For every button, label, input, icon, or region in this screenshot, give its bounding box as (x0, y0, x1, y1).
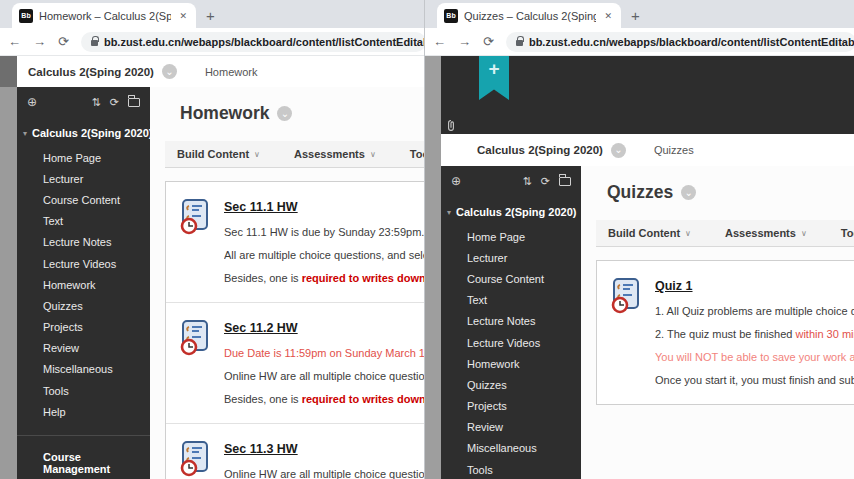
tools-button[interactable]: Tools ∨ (410, 148, 424, 160)
collapse-caret-icon[interactable]: ▾ (447, 208, 451, 217)
chevron-down-icon[interactable]: ⌄ (611, 143, 626, 158)
back-icon[interactable]: ← (8, 35, 21, 48)
assessments-label: Assessments (725, 227, 796, 239)
page-title: Quizzes (607, 182, 673, 203)
sidebar-item-miscellaneous[interactable]: Miscellaneous (17, 359, 150, 380)
new-tab-button[interactable]: + (206, 7, 215, 24)
reorder-icon[interactable]: ⇅ (523, 175, 532, 188)
chevron-down-icon: ∨ (370, 150, 376, 159)
sidebar-item-quizzes[interactable]: Quizzes (17, 295, 150, 316)
sidebar-item-text[interactable]: Text (17, 211, 150, 232)
line-warning: required to writes down the de (302, 393, 424, 405)
refresh-icon[interactable]: ⟳ (110, 96, 119, 109)
line-warning: within 30 min i (795, 328, 854, 340)
build-content-label: Build Content (608, 227, 680, 239)
chevron-down-icon: ∨ (685, 229, 691, 238)
sidebar-course-name[interactable]: Calculus 2(Sping 2020) (456, 206, 576, 218)
chevron-down-icon[interactable]: ⌄ (162, 64, 177, 79)
breadcrumb-current-page: Quizzes (654, 144, 694, 156)
sidebar-item-course-content[interactable]: Course Content (441, 268, 581, 289)
breadcrumb-course-link[interactable]: Calculus 2(Sping 2020) (28, 66, 154, 78)
sidebar-item-projects[interactable]: Projects (17, 317, 150, 338)
sidebar-course-header: ▾ Calculus 2(Sping 2020) (441, 196, 581, 223)
sidebar-item-home-page[interactable]: Home Page (441, 226, 581, 247)
page-edge-strip-top (0, 56, 17, 87)
content-line-warning: You will NOT be able to save your work a… (655, 346, 854, 369)
sidebar-item-tools[interactable]: Tools (441, 459, 581, 479)
chevron-down-icon[interactable]: ⌄ (277, 106, 292, 121)
chevron-down-icon[interactable]: ⌄ (681, 185, 696, 200)
content-item-body: Quiz 1 1. All Quiz problems are multiple… (655, 276, 854, 392)
browser-window-quizzes: Bb Quizzes – Calculus 2(Sping 20 ✕ + ← →… (424, 0, 854, 479)
reload-icon[interactable]: ⟳ (483, 35, 494, 48)
sidebar-item-lecture-notes[interactable]: Lecture Notes (441, 311, 581, 332)
folder-view-icon[interactable] (559, 177, 571, 186)
sidebar-item-lecturer[interactable]: Lecturer (441, 247, 581, 268)
tab-homework[interactable]: Bb Homework – Calculus 2(Sping ✕ (12, 3, 196, 28)
content-line: 2. The quiz must be finished within 30 m… (655, 323, 854, 346)
content-item-body: Sec 11.1 HW Sec 11.1 HW is due by Sunday… (224, 197, 424, 290)
reorder-icon[interactable]: ⇅ (92, 96, 101, 109)
forward-icon[interactable]: → (33, 35, 46, 48)
folder-view-icon[interactable] (128, 98, 140, 107)
sidebar-item-review[interactable]: Review (17, 338, 150, 359)
content-item-link[interactable]: Quiz 1 (655, 279, 693, 293)
action-bar: Build Content ∨ Assessments ∨ Tools ∨ (165, 141, 424, 168)
sidebar-item-homework[interactable]: Homework (441, 353, 581, 374)
content-main: Homework ⌄ Build Content ∨ Assessments ∨… (150, 87, 424, 479)
tab-title: Homework – Calculus 2(Sping (39, 10, 171, 22)
sidebar-item-text[interactable]: Text (441, 290, 581, 311)
reload-icon[interactable]: ⟳ (58, 35, 69, 48)
sidebar-toolbar: ⊕ ⇅ ⟳ (17, 87, 150, 117)
address-bar[interactable]: bb.zust.edu.cn/webapps/blackboard/conten… (81, 32, 424, 52)
build-content-button[interactable]: Build Content ∨ (177, 148, 260, 160)
close-tab-icon[interactable]: ✕ (177, 9, 189, 23)
close-tab-icon[interactable]: ✕ (602, 9, 614, 23)
assessment-clock-icon (609, 278, 643, 314)
sidebar-section-control-panel[interactable]: ▾ Control Panel (17, 475, 150, 479)
sidebar-item-projects[interactable]: Projects (441, 396, 581, 417)
sidebar-item-tools[interactable]: Tools (17, 380, 150, 401)
new-tab-button[interactable]: + (631, 7, 640, 24)
sidebar-item-quizzes[interactable]: Quizzes (441, 374, 581, 395)
tab-quizzes[interactable]: Bb Quizzes – Calculus 2(Sping 20 ✕ (437, 3, 621, 28)
sidebar-item-lecture-videos[interactable]: Lecture Videos (441, 332, 581, 353)
content-item-body: Sec 11.2 HW Due Date is 11:59pm on Sunda… (224, 318, 424, 411)
content-item-link[interactable]: Sec 11.2 HW (224, 321, 298, 335)
sidebar-item-review[interactable]: Review (441, 417, 581, 438)
build-content-button[interactable]: Build Content ∨ (608, 227, 691, 239)
tab-title: Quizzes – Calculus 2(Sping 20 (464, 10, 596, 22)
sidebar-item-miscellaneous[interactable]: Miscellaneous (441, 438, 581, 459)
content-item-link[interactable]: Sec 11.1 HW (224, 200, 298, 214)
back-icon[interactable]: ← (433, 35, 446, 48)
plus-icon: + (488, 58, 499, 100)
sidebar-item-homework[interactable]: Homework (17, 274, 150, 295)
content-item-link[interactable]: Sec 11.3 HW (224, 442, 298, 456)
content-main: Quizzes ⌄ Build Content ∨ Assessments ∨ … (581, 166, 854, 479)
sidebar-item-course-content[interactable]: Course Content (17, 189, 150, 210)
forward-icon[interactable]: → (458, 35, 471, 48)
assessments-button[interactable]: Assessments ∨ (725, 227, 807, 239)
breadcrumb-course-link[interactable]: Calculus 2(Sping 2020) (477, 144, 603, 156)
assessment-clock-icon (178, 441, 212, 477)
add-bookmark-button[interactable]: + (479, 56, 509, 100)
build-content-label: Build Content (177, 148, 249, 160)
assessments-button[interactable]: Assessments ∨ (294, 148, 376, 160)
sidebar-course-name[interactable]: Calculus 2(Sping 2020) (32, 127, 150, 139)
course-menu-list: Home Page Lecturer Course Content Text L… (441, 226, 581, 479)
sidebar-item-lecture-notes[interactable]: Lecture Notes (17, 232, 150, 253)
sidebar-item-lecture-videos[interactable]: Lecture Videos (17, 253, 150, 274)
add-menu-item-icon[interactable]: ⊕ (451, 174, 461, 188)
sidebar-item-help[interactable]: Help (17, 401, 150, 422)
breadcrumb: Calculus 2(Sping 2020) ⌄ Homework (17, 56, 424, 87)
address-bar[interactable]: bb.zust.edu.cn/webapps/blackboard/conten… (506, 32, 854, 52)
add-menu-item-icon[interactable]: ⊕ (27, 95, 37, 109)
sidebar-item-home-page[interactable]: Home Page (17, 147, 150, 168)
collapse-caret-icon[interactable]: ▾ (23, 129, 27, 138)
sidebar-section-course-management[interactable]: Course Management (17, 436, 150, 475)
refresh-icon[interactable]: ⟳ (541, 175, 550, 188)
browser-toolbar: ← → ⟳ bb.zust.edu.cn/webapps/blackboard/… (0, 28, 424, 56)
sidebar-item-lecturer[interactable]: Lecturer (17, 168, 150, 189)
content-line: 1. All Quiz problems are multiple choice… (655, 300, 854, 323)
tools-button[interactable]: Tools ∨ (841, 227, 854, 239)
